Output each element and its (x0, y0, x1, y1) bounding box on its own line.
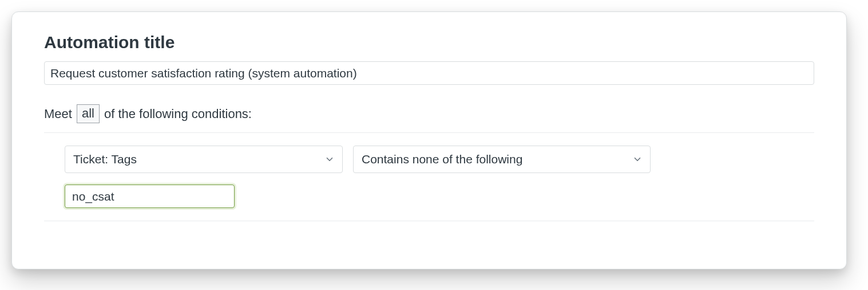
condition-selects-row: Ticket: Tags Contains none of the follow… (65, 146, 814, 173)
condition-field-select-value: Ticket: Tags (73, 152, 137, 166)
condition-row: Ticket: Tags Contains none of the follow… (44, 133, 814, 221)
condition-operator-select-value: Contains none of the following (362, 152, 522, 166)
conditions-intro-prefix: Meet (44, 107, 72, 122)
divider (44, 221, 814, 221)
condition-tag-input[interactable] (65, 185, 235, 208)
condition-field-select-wrap: Ticket: Tags (65, 146, 343, 173)
automation-editor-card: Automation title Meet all of the followi… (11, 11, 847, 269)
automation-title-input[interactable] (44, 61, 814, 85)
condition-operator-select-wrap: Contains none of the following (353, 146, 651, 173)
section-heading: Automation title (44, 33, 814, 52)
condition-operator-select[interactable]: Contains none of the following (353, 146, 651, 173)
conditions-intro: Meet all of the following conditions: (44, 104, 814, 123)
condition-field-select[interactable]: Ticket: Tags (65, 146, 343, 173)
conditions-quantifier-select[interactable]: all (77, 104, 100, 123)
conditions-intro-suffix: of the following conditions: (104, 107, 252, 122)
